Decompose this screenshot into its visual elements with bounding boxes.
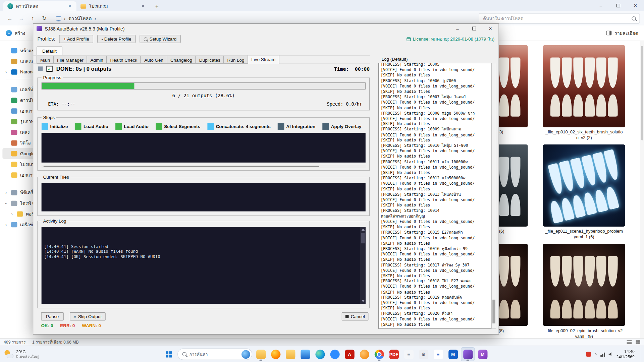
close-tab-icon[interactable]	[140, 3, 146, 10]
show-desktop-button[interactable]	[640, 346, 642, 362]
delete-profile-button[interactable]: - Delete Profile	[97, 35, 136, 43]
back-button[interactable]	[4, 13, 15, 24]
app-glyph-icon	[360, 350, 369, 359]
new-item-button[interactable]: สร้าง	[6, 29, 25, 37]
file-item[interactable]: _file_ep011_scene1_hyperloop_problemyaml…	[543, 144, 625, 240]
main-tab[interactable]: Run Log	[224, 56, 248, 64]
folder-icon[interactable]	[283, 347, 298, 361]
skip-output-button[interactable]: Skip Output	[70, 312, 105, 320]
explorer-scrollbar[interactable]	[640, 41, 644, 338]
pdf-icon[interactable]: PDF	[387, 347, 401, 361]
activity-log-scrollbar[interactable]	[360, 227, 366, 304]
log-scrollbar[interactable]	[492, 63, 496, 328]
explorer-tab-downloads[interactable]: ดาวน์โหลด	[3, 1, 76, 11]
pause-button[interactable]: Pause	[41, 312, 63, 320]
chrome-icon[interactable]	[372, 347, 386, 361]
up-button[interactable]	[27, 13, 39, 24]
status-heading-row: DONE: 0s | 0 outputs Time: 00:00	[38, 66, 370, 72]
minimize-button[interactable]	[449, 24, 466, 33]
breadcrumb[interactable]: ดาวน์โหลด	[56, 14, 96, 22]
add-profile-button[interactable]: + Add Profile	[59, 35, 93, 43]
steps-console	[42, 133, 366, 163]
steps-group: Steps Initialize Load Audio L	[37, 117, 370, 171]
calendar-icon	[407, 37, 411, 41]
close-button[interactable]	[482, 24, 499, 33]
progress-group: Progress 6 / 21 outputs (28.6%) ETA: --:…	[37, 77, 370, 110]
tray-app-icon[interactable]	[586, 352, 591, 357]
refresh-button[interactable]	[39, 13, 50, 24]
scroll-down-icon[interactable]	[361, 300, 365, 302]
taskbar-clock[interactable]: 14:40 24/1/2569	[616, 349, 634, 360]
steps-horizontal-scrollbar[interactable]	[42, 165, 366, 168]
network-icon[interactable]	[600, 352, 605, 356]
close-tab-icon[interactable]	[66, 3, 73, 10]
explorer-search-input[interactable]	[483, 16, 632, 21]
scrollbar-thumb[interactable]	[44, 166, 319, 167]
details-view-button[interactable]: รายละเอียด	[606, 29, 638, 37]
thumbnail-view-icon[interactable]	[636, 340, 640, 344]
setup-wizard-button[interactable]: Setup Wizard	[140, 35, 180, 43]
taskbar-weather-widget[interactable]: 29°C มีเมฆส่วนใหญ่	[4, 346, 39, 362]
main-tab[interactable]: Health Check	[106, 56, 141, 64]
main-tab[interactable]: Live Stream	[248, 55, 279, 64]
main-tab[interactable]: Admin	[87, 56, 107, 64]
minimize-button[interactable]	[592, 0, 609, 11]
activity-log-lines: [14:40:41] Session started[14:40:41] [WA…	[42, 227, 366, 261]
main-tab[interactable]: File Manager	[53, 56, 87, 64]
list-view-icon[interactable]	[627, 340, 632, 344]
file-item[interactable]: _file_ep009_02_epic_brush_solution_v2yam…	[543, 244, 625, 338]
taskbar-search-input[interactable]	[189, 352, 238, 357]
main-tab[interactable]: Auto Gen	[141, 56, 167, 64]
file-explorer-icon[interactable]	[254, 347, 268, 361]
activity-log-label: Activity Log	[42, 218, 68, 223]
main-tab[interactable]: Duplicates	[196, 56, 224, 64]
blue-m-app-icon[interactable]: M	[446, 347, 460, 361]
volume-icon[interactable]	[608, 352, 612, 356]
log-line: [PROCESS] Starting: 10008 migu 5000w ขาว	[381, 110, 489, 116]
current-files-console	[42, 183, 366, 211]
main-tab[interactable]: Main	[37, 56, 54, 64]
profile-tab-default[interactable]: Default	[37, 46, 62, 55]
acrobat-icon[interactable]: A	[342, 347, 357, 361]
stop-indicator-icon[interactable]	[38, 66, 43, 71]
breadcrumb-segment[interactable]: ดาวน์โหลด	[68, 14, 92, 22]
log-line: [SKIP] No audio files	[381, 137, 489, 143]
profile-tab-strip: Default	[33, 47, 370, 56]
close-button[interactable]	[627, 0, 644, 11]
mail-app-icon[interactable]: M	[476, 347, 490, 361]
settings-gear-icon[interactable]: ⚙	[417, 347, 431, 361]
zoom-icon[interactable]	[328, 347, 342, 361]
start-button[interactable]	[162, 347, 176, 361]
tray-chevron-icon[interactable]	[595, 352, 597, 357]
store-icon[interactable]	[298, 347, 312, 361]
log-line: [PROCESS] Starting: 10020 หัวเสา	[381, 311, 489, 316]
maximize-button[interactable]	[609, 0, 627, 11]
firefox-icon[interactable]	[269, 347, 283, 361]
file-item[interactable]: _file_ep010_02_six_teeth_brush_solution_…	[543, 45, 625, 140]
app-glyph-icon: ≡	[433, 350, 443, 359]
clock-date: 24/1/2569	[616, 354, 634, 360]
app-title-bar[interactable]: SJ88 AutoBatch v26.5.3 (Multi-Profile)	[33, 24, 498, 33]
orange-app-icon[interactable]	[357, 347, 371, 361]
maximize-button[interactable]	[466, 24, 482, 33]
profiles-toolbar: Profiles: + Add Profile - Delete Profile…	[33, 33, 498, 45]
forward-button[interactable]	[16, 13, 27, 24]
scrollbar-thumb[interactable]	[641, 46, 643, 140]
scrollbar-thumb[interactable]	[361, 233, 365, 243]
notes-icon[interactable]: ≡	[431, 347, 445, 361]
explorer-search-box[interactable]	[479, 13, 640, 24]
notepad-icon[interactable]: ≡	[402, 347, 416, 361]
explorer-tab-programs[interactable]: โปรแกรม	[76, 1, 150, 11]
scroll-up-icon[interactable]	[361, 229, 365, 231]
new-tab-button[interactable]	[152, 1, 162, 11]
autobatch-app-icon[interactable]	[461, 347, 475, 361]
scrollbar-thumb[interactable]	[492, 300, 495, 323]
cancel-button[interactable]: Cancel	[342, 312, 369, 320]
log-line: [PROCESS] Starting: 10019 หลอดตับพัด	[381, 295, 489, 300]
taskbar-center: A PDF ≡	[162, 346, 489, 362]
main-tab[interactable]: Changelog	[167, 56, 196, 64]
taskbar-search[interactable]	[177, 349, 252, 360]
log-line: [VOICE] Found 0 files in vdo_long_sound/	[381, 116, 489, 121]
log-line: [PROCESS] Starting: 10005	[381, 63, 489, 67]
edge-icon[interactable]	[313, 347, 327, 361]
